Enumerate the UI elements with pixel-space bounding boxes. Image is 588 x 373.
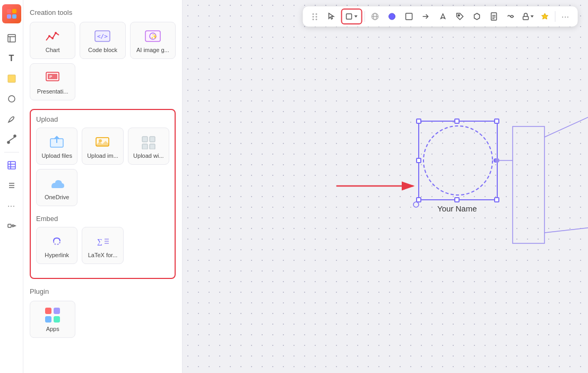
shape-icon[interactable]: [2, 89, 21, 108]
upload-widgets-icon: [138, 133, 159, 150]
plugin-icon[interactable]: [2, 216, 21, 235]
svg-rect-44: [45, 316, 51, 323]
svg-rect-65: [417, 119, 421, 123]
code-block-tool[interactable]: </> Code block: [80, 22, 125, 59]
shape-select-btn[interactable]: [341, 9, 362, 24]
svg-point-72: [494, 158, 498, 163]
svg-rect-66: [495, 119, 499, 123]
ai-image-tool[interactable]: ✨ AI image g...: [130, 22, 176, 59]
svg-rect-4: [8, 35, 15, 42]
separator2: [555, 11, 556, 22]
upload-widgets-label: Upload wi...: [132, 152, 166, 159]
marker-btn[interactable]: [537, 9, 553, 24]
svg-line-76: [544, 116, 588, 137]
logo-icon[interactable]: [2, 4, 21, 23]
pointer-btn[interactable]: [435, 9, 451, 24]
svg-rect-34: [142, 137, 148, 142]
hyperlink-icon: [46, 233, 67, 250]
onedrive-label: OneDrive: [40, 194, 74, 200]
svg-rect-61: [523, 16, 528, 20]
svg-rect-7: [8, 75, 15, 82]
upload-files-tool[interactable]: Upload files: [36, 128, 77, 165]
chart-tool[interactable]: Chart: [30, 22, 75, 59]
svg-rect-71: [417, 158, 421, 163]
select-btn[interactable]: [324, 9, 340, 24]
pen-icon[interactable]: [2, 109, 21, 129]
svg-point-8: [8, 96, 15, 102]
left-sidebar: T ···: [0, 0, 23, 373]
svg-rect-69: [455, 119, 459, 123]
upload-images-label: Upload im...: [85, 152, 119, 159]
more-btn[interactable]: ···: [558, 9, 574, 24]
svg-rect-57: [491, 13, 497, 20]
creation-tools-grid: Chart </> Code block ✨ AI image g...: [30, 22, 176, 100]
creation-tools-title: Creation tools: [30, 9, 176, 16]
drag-handle[interactable]: [307, 9, 323, 24]
arrow-btn[interactable]: [418, 9, 434, 24]
table-icon[interactable]: [2, 156, 21, 175]
ai-image-label: AI image g...: [134, 47, 172, 53]
apps-tool[interactable]: Apps: [30, 301, 75, 338]
svg-rect-11: [8, 162, 15, 169]
svg-rect-45: [54, 316, 60, 323]
presentation-tool[interactable]: P Presentati...: [30, 63, 75, 100]
connector-icon[interactable]: [2, 130, 21, 149]
svg-point-55: [458, 15, 460, 16]
embed-tools-grid: Hyperlink ∑ LaTeX for...: [36, 227, 169, 264]
tools-panel: Creation tools Chart </> Code block: [23, 0, 183, 373]
svg-rect-75: [513, 126, 544, 243]
circle-fill-btn[interactable]: [384, 9, 400, 24]
ai-image-icon: ✨: [142, 28, 163, 45]
sticky-icon[interactable]: [2, 69, 21, 88]
svg-point-74: [495, 158, 499, 163]
upload-files-icon: [46, 133, 67, 150]
floating-toolbar: ···: [303, 6, 578, 27]
globe-btn[interactable]: [367, 9, 383, 24]
upload-widgets-tool[interactable]: Upload wi...: [128, 128, 169, 165]
svg-text:∑: ∑: [97, 238, 102, 245]
hyperlink-tool[interactable]: Hyperlink: [36, 227, 77, 264]
svg-text:P: P: [49, 74, 53, 79]
hyperlink-label: Hyperlink: [40, 252, 74, 258]
svg-text:</>: </>: [97, 33, 108, 40]
upload-section: Upload Upload files: [30, 109, 176, 279]
svg-rect-43: [54, 308, 60, 314]
text-icon[interactable]: T: [2, 49, 21, 68]
svg-marker-62: [542, 13, 548, 19]
presentation-icon: P: [42, 69, 63, 86]
svg-point-10: [14, 135, 16, 137]
onedrive-icon: [46, 175, 67, 192]
frame-icon[interactable]: [2, 29, 21, 48]
svg-rect-70: [455, 198, 459, 202]
svg-rect-1: [12, 9, 16, 13]
plugin-title: Plugin: [30, 287, 176, 295]
infinity-btn[interactable]: [503, 9, 519, 24]
svg-rect-63: [419, 121, 497, 200]
square-outline-btn[interactable]: [401, 9, 417, 24]
apps-label: Apps: [33, 326, 72, 332]
plugin-tools-grid: Apps: [30, 301, 176, 338]
svg-line-77: [544, 227, 588, 233]
list-icon[interactable]: [2, 176, 21, 195]
upload-files-label: Upload files: [40, 152, 74, 159]
canvas-svg: Your Name Relatives Name(Father) Relativ…: [183, 0, 588, 373]
doc-btn[interactable]: [486, 9, 502, 24]
svg-rect-3: [12, 14, 16, 19]
latex-icon: ∑: [92, 233, 113, 250]
upload-images-icon: [92, 133, 113, 150]
canvas-area[interactable]: ···: [183, 0, 588, 373]
dots-menu-icon[interactable]: ···: [2, 196, 21, 215]
svg-rect-0: [7, 9, 11, 13]
svg-point-20: [48, 35, 50, 37]
onedrive-tool[interactable]: OneDrive: [36, 169, 77, 206]
hexagon-btn[interactable]: [469, 9, 485, 24]
lock-btn[interactable]: [520, 9, 536, 24]
upload-images-tool[interactable]: Upload im...: [82, 128, 123, 165]
svg-point-64: [423, 126, 492, 195]
svg-text:✨: ✨: [151, 33, 158, 40]
latex-tool[interactable]: ∑ LaTeX for...: [82, 227, 123, 264]
svg-text:Your Name: Your Name: [437, 204, 477, 213]
svg-rect-68: [495, 198, 499, 202]
tag-btn[interactable]: [452, 9, 468, 24]
svg-rect-2: [7, 14, 11, 19]
